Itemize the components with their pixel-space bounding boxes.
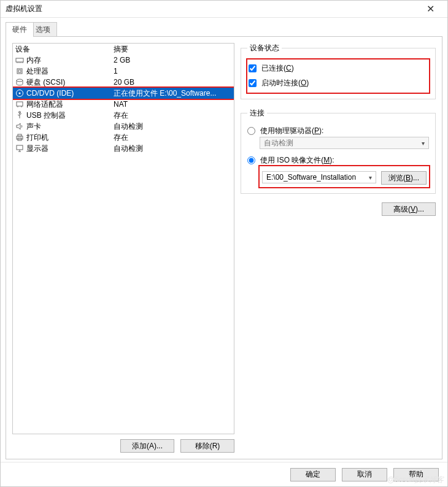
tabstrip: 硬件 选项 bbox=[6, 21, 442, 36]
col-summary: 摘要 bbox=[114, 44, 234, 55]
advanced-button[interactable]: 高级(V)... bbox=[382, 202, 436, 216]
device-row-usb[interactable]: USB 控制器 存在 bbox=[13, 110, 234, 121]
device-row-cddvd[interactable]: CD/DVD (IDE) 正在使用文件 E:\00_Software... bbox=[13, 88, 234, 99]
tab-hardware-panel: 设备 摘要 内存 2 GB 处理器 1 硬盘 (SCSI) 20 GB bbox=[6, 36, 442, 459]
device-summary: NAT bbox=[114, 100, 234, 109]
device-label: 硬盘 (SCSI) bbox=[26, 77, 65, 88]
device-summary: 正在使用文件 E:\00_Software... bbox=[114, 88, 234, 99]
device-row-sound[interactable]: 声卡 自动检测 bbox=[13, 121, 234, 132]
chevron-down-icon: ▾ bbox=[369, 174, 372, 181]
device-label: USB 控制器 bbox=[26, 110, 66, 121]
network-icon bbox=[15, 100, 24, 109]
use-iso-radio[interactable] bbox=[247, 156, 255, 164]
device-panel: 设备 摘要 内存 2 GB 处理器 1 硬盘 (SCSI) 20 GB bbox=[12, 43, 234, 453]
device-summary: 存在 bbox=[114, 132, 234, 143]
device-table-header: 设备 摘要 bbox=[13, 44, 234, 55]
watermark: @5csdn技术博客 bbox=[387, 475, 444, 485]
svg-point-7 bbox=[17, 79, 23, 82]
use-physical-radio[interactable] bbox=[247, 127, 255, 135]
close-button[interactable]: ✕ bbox=[418, 1, 442, 17]
connection-group: 连接 使用物理驱动器(P): 自动检测 ▾ 使用 ISO 映像文件(M): bbox=[241, 108, 436, 194]
device-summary: 1 bbox=[114, 67, 234, 75]
display-icon bbox=[15, 144, 24, 153]
tab-hardware[interactable]: 硬件 bbox=[6, 22, 34, 37]
svg-point-9 bbox=[19, 93, 21, 94]
device-summary: 自动检测 bbox=[114, 121, 234, 132]
device-label: 处理器 bbox=[26, 66, 48, 77]
cpu-icon bbox=[15, 67, 24, 75]
device-status-legend: 设备状态 bbox=[247, 43, 282, 53]
svg-rect-20 bbox=[17, 145, 23, 150]
device-label: 声卡 bbox=[26, 121, 41, 132]
remove-device-button[interactable]: 移除(R) bbox=[180, 439, 234, 453]
titlebar: 虚拟机设置 ✕ bbox=[1, 1, 447, 18]
disk-icon bbox=[15, 78, 24, 86]
memory-icon bbox=[15, 56, 24, 64]
col-device: 设备 bbox=[15, 44, 114, 55]
iso-path-combobox[interactable]: E:\00_Software_Installation ▾ bbox=[262, 171, 376, 183]
window-title: 虚拟机设置 bbox=[6, 4, 418, 14]
cancel-button[interactable]: 取消 bbox=[342, 468, 387, 481]
ok-button[interactable]: 确定 bbox=[290, 468, 336, 481]
device-row-display[interactable]: 显示器 自动检测 bbox=[13, 143, 234, 154]
connect-at-poweron-label: 启动时连接(O) bbox=[261, 78, 309, 88]
connected-label: 已连接(C) bbox=[261, 63, 294, 74]
svg-rect-5 bbox=[17, 69, 22, 74]
dialog-footer: 确定 取消 帮助 @5csdn技术博客 bbox=[1, 462, 447, 486]
device-summary: 20 GB bbox=[114, 78, 234, 86]
device-label: 打印机 bbox=[26, 132, 48, 143]
device-summary: 2 GB bbox=[114, 56, 234, 64]
svg-rect-18 bbox=[18, 134, 21, 136]
device-details: 设备状态 已连接(C) 启动时连接(O) 连接 bbox=[241, 43, 436, 453]
connected-checkbox[interactable] bbox=[249, 64, 257, 72]
device-table: 设备 摘要 内存 2 GB 处理器 1 硬盘 (SCSI) 20 GB bbox=[12, 43, 234, 434]
cd-icon bbox=[15, 89, 24, 98]
device-status-group: 设备状态 已连接(C) 启动时连接(O) bbox=[241, 43, 436, 99]
device-row-network[interactable]: 网络适配器 NAT bbox=[13, 99, 234, 110]
vm-settings-window: 虚拟机设置 ✕ 硬件 选项 设备 摘要 内存 2 GB bbox=[0, 0, 448, 487]
device-row-memory[interactable]: 内存 2 GB bbox=[13, 55, 234, 66]
device-summary: 自动检测 bbox=[114, 144, 234, 154]
physical-drive-value: 自动检测 bbox=[264, 138, 293, 148]
connection-legend: 连接 bbox=[247, 108, 267, 118]
usb-icon bbox=[15, 111, 24, 120]
sound-icon bbox=[15, 122, 24, 131]
device-label: 显示器 bbox=[26, 144, 48, 154]
browse-button[interactable]: 浏览(B)... bbox=[381, 171, 427, 185]
printer-icon bbox=[15, 133, 24, 142]
svg-rect-10 bbox=[17, 102, 23, 106]
connect-at-poweron-checkbox[interactable] bbox=[249, 79, 257, 87]
physical-drive-select[interactable]: 自动检测 ▾ bbox=[260, 137, 429, 149]
device-label: 网络适配器 bbox=[26, 99, 63, 110]
add-device-button[interactable]: 添加(A)... bbox=[120, 439, 174, 453]
device-row-printer[interactable]: 打印机 存在 bbox=[13, 132, 234, 143]
chevron-down-icon: ▾ bbox=[422, 140, 425, 147]
device-summary: 存在 bbox=[114, 110, 234, 121]
svg-rect-6 bbox=[18, 70, 21, 72]
svg-rect-0 bbox=[16, 58, 23, 62]
iso-path-value: E:\00_Software_Installation bbox=[266, 173, 356, 182]
use-physical-label: 使用物理驱动器(P): bbox=[260, 126, 323, 136]
device-row-cpu[interactable]: 处理器 1 bbox=[13, 66, 234, 77]
device-label: CD/DVD (IDE) bbox=[26, 89, 74, 98]
device-label: 内存 bbox=[26, 55, 41, 66]
use-iso-label: 使用 ISO 映像文件(M): bbox=[260, 155, 334, 166]
device-row-disk[interactable]: 硬盘 (SCSI) 20 GB bbox=[13, 77, 234, 88]
